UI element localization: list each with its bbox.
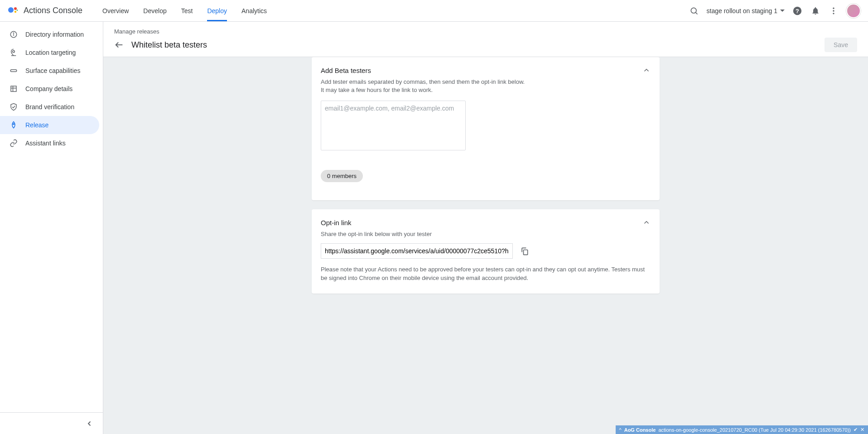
sidebar-item-label: Brand verification <box>25 103 74 111</box>
svg-point-20 <box>13 124 14 125</box>
breadcrumb: Manage releases <box>114 28 857 35</box>
card-desc: Add tester emails separated by commas, t… <box>321 78 529 94</box>
avatar[interactable] <box>846 4 861 18</box>
chevron-up-icon[interactable] <box>642 218 651 227</box>
members-chip[interactable]: 0 members <box>321 170 363 182</box>
chevron-up-icon[interactable] <box>642 66 651 74</box>
card-desc: Share the opt-in link below with your te… <box>321 230 651 238</box>
sidebar-item-label: Assistant links <box>25 140 66 147</box>
back-arrow-icon[interactable] <box>114 40 124 50</box>
svg-rect-16 <box>10 70 17 72</box>
dropdown-icon <box>780 10 785 12</box>
tab-test[interactable]: Test <box>181 0 193 21</box>
sidebar: Directory information Location targeting… <box>0 22 103 434</box>
main: Manage releases Whitelist beta testers S… <box>103 22 868 434</box>
chevron-up-icon: ^ <box>619 427 622 433</box>
assistant-logo-icon <box>7 5 18 16</box>
location-icon <box>9 48 18 57</box>
svg-point-10 <box>833 13 834 14</box>
tab-overview[interactable]: Overview <box>102 0 129 21</box>
page-title: Whitelist beta testers <box>131 40 207 50</box>
sidebar-item-label: Company details <box>25 85 72 92</box>
footer-build: actions-on-google-console_20210720_RC00 … <box>658 427 851 433</box>
sidebar-item-links[interactable]: Assistant links <box>0 134 99 152</box>
sidebar-collapse[interactable] <box>0 412 103 434</box>
company-icon <box>9 85 18 93</box>
close-icon[interactable]: ✕ <box>860 427 864 433</box>
sidebar-item-directory[interactable]: Directory information <box>0 25 99 43</box>
notifications-icon[interactable] <box>810 5 821 16</box>
optin-url-input[interactable] <box>321 243 513 259</box>
tab-analytics[interactable]: Analytics <box>241 0 267 21</box>
sidebar-item-location[interactable]: Location targeting <box>0 43 99 62</box>
info-icon <box>9 30 18 39</box>
surface-icon <box>9 67 18 75</box>
product-name: Actions Console <box>24 6 82 15</box>
footer-name: AoG Console <box>624 427 656 433</box>
optin-card: Opt-in link Share the opt-in link below … <box>312 209 660 293</box>
optin-note: Please note that your Actions need to be… <box>321 265 651 283</box>
svg-point-2 <box>14 10 16 12</box>
add-testers-card: Add Beta testers Add tester emails separ… <box>312 57 660 200</box>
sidebar-item-release[interactable]: Release <box>0 116 99 134</box>
svg-text:?: ? <box>796 7 799 14</box>
sidebar-item-label: Directory information <box>25 31 84 38</box>
sidebar-item-label: Surface capabilities <box>25 67 80 74</box>
subheader: Manage releases Whitelist beta testers S… <box>103 22 868 57</box>
sidebar-item-label: Location targeting <box>25 49 76 56</box>
svg-rect-17 <box>11 86 16 92</box>
svg-point-8 <box>833 7 834 9</box>
save-button[interactable]: Save <box>825 38 857 52</box>
project-picker[interactable]: stage rollout on staging 1 <box>707 7 785 14</box>
rocket-icon <box>9 121 18 129</box>
search-icon[interactable] <box>689 5 699 16</box>
header-right: stage rollout on staging 1 ? <box>689 4 861 18</box>
chevron-left-icon <box>86 420 94 428</box>
svg-point-0 <box>8 7 14 13</box>
svg-rect-22 <box>524 250 528 255</box>
logo-area: Actions Console <box>7 5 102 16</box>
svg-point-3 <box>17 10 18 11</box>
tab-develop[interactable]: Develop <box>143 0 166 21</box>
sidebar-item-label: Release <box>25 121 48 129</box>
link-icon <box>9 139 18 147</box>
sidebar-item-surface[interactable]: Surface capabilities <box>0 62 99 80</box>
card-title: Opt-in link <box>321 219 642 227</box>
svg-point-1 <box>14 7 17 10</box>
project-label: stage rollout on staging 1 <box>707 7 777 14</box>
card-title: Add Beta testers <box>321 67 642 74</box>
more-icon[interactable] <box>828 5 839 16</box>
svg-point-9 <box>833 10 834 11</box>
svg-point-13 <box>13 33 14 33</box>
tab-deploy[interactable]: Deploy <box>207 0 227 21</box>
svg-point-14 <box>13 51 15 53</box>
shield-icon <box>9 103 18 111</box>
svg-point-4 <box>691 8 696 13</box>
tester-emails-input[interactable] <box>321 101 466 150</box>
svg-line-5 <box>695 12 697 14</box>
sidebar-item-company[interactable]: Company details <box>0 80 99 98</box>
help-icon[interactable]: ? <box>792 5 803 16</box>
content: Add Beta testers Add tester emails separ… <box>103 57 868 434</box>
footer-build-tag: ^ AoG Console actions-on-google-console_… <box>616 425 868 434</box>
copy-icon[interactable] <box>520 246 529 256</box>
check-icon: ✔ <box>854 427 858 433</box>
tabs: Overview Develop Test Deploy Analytics <box>102 0 267 21</box>
sidebar-item-brand[interactable]: Brand verification <box>0 98 99 116</box>
header: Actions Console Overview Develop Test De… <box>0 0 868 22</box>
